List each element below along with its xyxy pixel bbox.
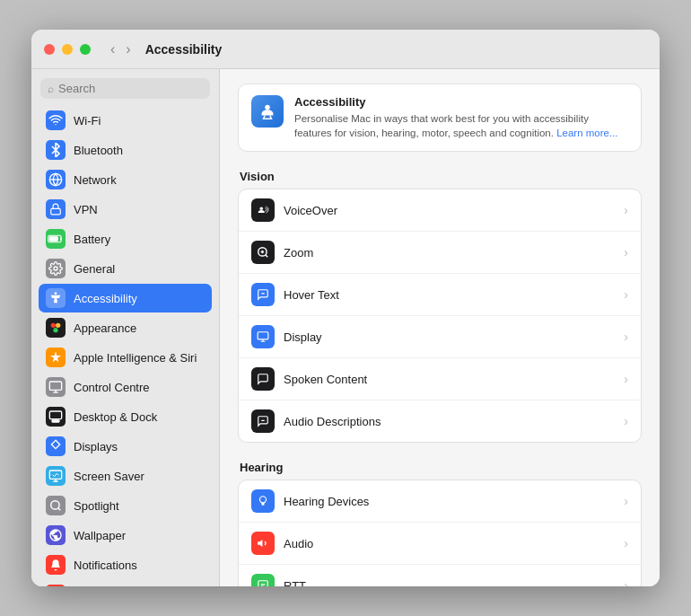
- hover-text-chevron: ›: [624, 287, 628, 302]
- minimize-button[interactable]: [62, 44, 73, 55]
- svg-rect-2: [51, 208, 61, 214]
- sidebar-items: Wi-FiBluetoothNetworkVPNBatteryGeneralAc…: [31, 106, 219, 586]
- sidebar-item-notifications[interactable]: Notifications: [39, 550, 212, 579]
- sidebar-item-sound[interactable]: Sound: [39, 580, 212, 586]
- forward-button[interactable]: ›: [122, 40, 134, 58]
- spoken-content-chevron: ›: [624, 372, 628, 386]
- header-text-area: Accessibility Personalise Mac in ways th…: [294, 95, 628, 140]
- svg-point-5: [54, 267, 57, 270]
- sidebar-item-apple-intelligence[interactable]: Apple Intelligence & Siri: [39, 343, 212, 372]
- sidebar-item-appearance[interactable]: Appearance: [39, 313, 212, 342]
- voiceover-chevron: ›: [624, 203, 628, 217]
- svg-line-23: [266, 255, 268, 258]
- search-box[interactable]: ⌕: [40, 78, 210, 99]
- desktop-dock-label: Desktop & Dock: [74, 410, 157, 424]
- nav-buttons: ‹ ›: [107, 40, 135, 58]
- back-button[interactable]: ‹: [107, 40, 118, 58]
- sidebar-item-desktop-dock[interactable]: Desktop & Dock: [39, 402, 212, 431]
- svg-point-9: [53, 328, 57, 332]
- settings-row-spoken-content[interactable]: Spoken Content›: [239, 358, 641, 400]
- notifications-label: Notifications: [74, 559, 137, 572]
- appearance-icon: [46, 318, 66, 338]
- hover-text-icon: [251, 283, 275, 306]
- settings-row-rtt[interactable]: RTT›: [239, 565, 641, 586]
- sidebar-item-vpn[interactable]: VPN: [39, 195, 212, 224]
- sidebar-item-screen-saver[interactable]: Screen Saver: [39, 462, 212, 490]
- audio-descriptions-chevron: ›: [624, 414, 628, 428]
- bluetooth-icon: [46, 140, 66, 160]
- desktop-dock-icon: [46, 407, 66, 427]
- audio-descriptions-label: Audio Descriptions: [284, 415, 615, 428]
- settings-row-voiceover[interactable]: VoiceOver›: [239, 189, 641, 232]
- settings-row-hover-text[interactable]: Hover Text›: [239, 274, 641, 316]
- battery-icon: [46, 229, 66, 249]
- sidebar-item-wifi[interactable]: Wi-Fi: [39, 106, 212, 135]
- spotlight-icon: [46, 496, 66, 515]
- settings-row-display[interactable]: Display›: [239, 316, 641, 358]
- sidebar-item-general[interactable]: General: [39, 254, 212, 283]
- general-icon: [46, 259, 66, 278]
- displays-label: Displays: [74, 440, 118, 453]
- settings-group-hearing: Hearing Devices›Audio›RTT›: [238, 480, 642, 586]
- svg-point-21: [260, 207, 264, 211]
- zoom-chevron: ›: [624, 245, 628, 260]
- hearing-devices-chevron: ›: [624, 494, 628, 508]
- sidebar-item-battery[interactable]: Battery: [39, 224, 212, 253]
- voiceover-icon: [251, 198, 275, 222]
- wifi-icon: [46, 110, 66, 130]
- rtt-icon: [251, 574, 275, 586]
- screen-saver-label: Screen Saver: [74, 470, 144, 483]
- display-label: Display: [284, 330, 615, 344]
- sections-container: VisionVoiceOver›Zoom›Hover Text›Display›…: [238, 170, 642, 586]
- system-preferences-window: ‹ › Accessibility ⌕ Wi-FiBluetoothNetwor…: [31, 30, 660, 586]
- header-card: Accessibility Personalise Mac in ways th…: [238, 84, 642, 152]
- header-icon: [251, 95, 284, 128]
- vpn-icon: [46, 199, 66, 219]
- spotlight-label: Spotlight: [74, 499, 119, 513]
- main-panel: Accessibility Personalise Mac in ways th…: [220, 69, 660, 586]
- maximize-button[interactable]: [80, 44, 91, 55]
- sidebar-item-spotlight[interactable]: Spotlight: [39, 491, 212, 520]
- notifications-icon: [46, 555, 66, 575]
- apple-intelligence-icon: [46, 348, 66, 367]
- header-description: Personalise Mac in ways that work best f…: [294, 111, 628, 140]
- section-title-hearing: Hearing: [238, 461, 642, 474]
- sidebar-item-control-centre[interactable]: Control Centre: [39, 373, 212, 401]
- settings-row-zoom[interactable]: Zoom›: [239, 232, 641, 274]
- sidebar-item-displays[interactable]: Displays: [39, 432, 212, 461]
- svg-point-8: [56, 323, 60, 328]
- audio-icon: [251, 532, 275, 555]
- settings-group-vision: VoiceOver›Zoom›Hover Text›Display›Spoken…: [238, 189, 642, 443]
- search-input[interactable]: [58, 82, 203, 95]
- titlebar: ‹ › Accessibility: [31, 30, 660, 69]
- search-icon: ⌕: [48, 83, 54, 95]
- rtt-label: RTT: [284, 579, 615, 586]
- hover-text-label: Hover Text: [284, 288, 615, 302]
- close-button[interactable]: [44, 44, 55, 55]
- svg-marker-15: [51, 440, 59, 448]
- wallpaper-icon: [46, 525, 66, 545]
- wallpaper-label: Wallpaper: [74, 529, 126, 542]
- svg-point-17: [51, 501, 59, 509]
- general-label: General: [74, 262, 115, 276]
- rtt-chevron: ›: [624, 578, 628, 586]
- svg-line-18: [58, 508, 61, 511]
- settings-row-audio-descriptions[interactable]: Audio Descriptions›: [239, 400, 641, 442]
- settings-row-audio[interactable]: Audio›: [239, 523, 641, 565]
- sidebar-item-accessibility[interactable]: Accessibility: [39, 284, 212, 312]
- network-label: Network: [74, 173, 117, 187]
- displays-icon: [46, 436, 66, 456]
- header-title: Accessibility: [294, 95, 628, 109]
- window-title: Accessibility: [145, 42, 223, 57]
- settings-row-hearing-devices[interactable]: Hearing Devices›: [239, 480, 641, 523]
- sidebar-item-network[interactable]: Network: [39, 165, 212, 194]
- learn-more-link[interactable]: Learn more...: [556, 128, 617, 138]
- audio-chevron: ›: [624, 536, 628, 550]
- sidebar-item-bluetooth[interactable]: Bluetooth: [39, 136, 212, 164]
- hearing-devices-label: Hearing Devices: [284, 495, 615, 508]
- svg-rect-13: [49, 411, 61, 419]
- sidebar-item-wallpaper[interactable]: Wallpaper: [39, 521, 212, 550]
- svg-rect-10: [49, 382, 61, 390]
- svg-rect-14: [52, 420, 59, 422]
- zoom-icon: [251, 241, 275, 264]
